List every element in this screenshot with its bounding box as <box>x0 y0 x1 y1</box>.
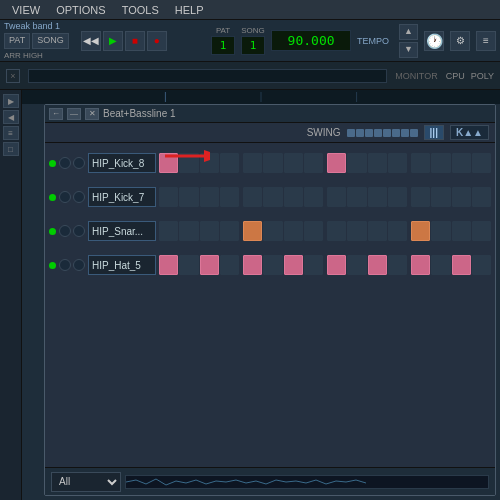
beat-3-10[interactable] <box>368 255 387 275</box>
mixer-btn[interactable]: ≡ <box>476 31 496 51</box>
beat-0-7[interactable] <box>304 153 323 173</box>
swing-knob-3[interactable] <box>365 129 373 137</box>
beat-1-12[interactable] <box>411 187 430 207</box>
beat-0-11[interactable] <box>388 153 407 173</box>
beat-2-4[interactable] <box>243 221 262 241</box>
beat-1-3[interactable] <box>220 187 239 207</box>
track-ctrl-1-1[interactable] <box>73 191 85 203</box>
beat-3-11[interactable] <box>388 255 407 275</box>
seq-close-btn[interactable]: ✕ <box>85 108 99 120</box>
beat-2-11[interactable] <box>388 221 407 241</box>
track-name-3[interactable]: HIP_Hat_5 <box>88 255 156 275</box>
beat-2-10[interactable] <box>368 221 387 241</box>
beat-1-5[interactable] <box>263 187 282 207</box>
beat-2-14[interactable] <box>452 221 471 241</box>
track-ctrl-3-1[interactable] <box>73 259 85 271</box>
menu-view[interactable]: VIEW <box>4 2 48 18</box>
beat-2-13[interactable] <box>431 221 450 241</box>
beat-1-2[interactable] <box>200 187 219 207</box>
track-ctrl-0-0[interactable] <box>59 157 71 169</box>
beat-3-2[interactable] <box>200 255 219 275</box>
play-btn[interactable]: ▶ <box>103 31 123 51</box>
beat-0-9[interactable] <box>347 153 366 173</box>
beat-0-3[interactable] <box>220 153 239 173</box>
swing-knob-5[interactable] <box>383 129 391 137</box>
beat-1-9[interactable] <box>347 187 366 207</box>
track-name-1[interactable]: HIP_Kick_7 <box>88 187 156 207</box>
rewind-btn[interactable]: ◀◀ <box>81 31 101 51</box>
seq-back-btn[interactable]: ← <box>49 108 63 120</box>
beat-2-1[interactable] <box>179 221 198 241</box>
beat-1-4[interactable] <box>243 187 262 207</box>
settings-btn[interactable]: ⚙ <box>450 31 470 51</box>
beat-3-4[interactable] <box>243 255 262 275</box>
swing-knob-1[interactable] <box>347 129 355 137</box>
beat-3-13[interactable] <box>431 255 450 275</box>
sidebar-btn-1[interactable]: ▶ <box>3 94 19 108</box>
swing-knob-2[interactable] <box>356 129 364 137</box>
beat-2-0[interactable] <box>159 221 178 241</box>
swing-knob-4[interactable] <box>374 129 382 137</box>
beat-0-6[interactable] <box>284 153 303 173</box>
beat-0-12[interactable] <box>411 153 430 173</box>
beat-2-6[interactable] <box>284 221 303 241</box>
toggle-btn[interactable]: × <box>6 69 20 83</box>
beat-3-7[interactable] <box>304 255 323 275</box>
swing-knob-7[interactable] <box>401 129 409 137</box>
beat-2-2[interactable] <box>200 221 219 241</box>
track-ctrl-2-0[interactable] <box>59 225 71 237</box>
beat-3-15[interactable] <box>472 255 491 275</box>
beat-3-3[interactable] <box>220 255 239 275</box>
beat-1-11[interactable] <box>388 187 407 207</box>
filter-select[interactable]: All <box>51 472 121 492</box>
beat-0-15[interactable] <box>472 153 491 173</box>
song-btn[interactable]: SONG <box>32 33 69 49</box>
swing-knob-6[interactable] <box>392 129 400 137</box>
kit-btn[interactable]: K▲▲ <box>450 125 489 140</box>
beat-1-7[interactable] <box>304 187 323 207</box>
beat-3-6[interactable] <box>284 255 303 275</box>
beat-1-13[interactable] <box>431 187 450 207</box>
beat-3-9[interactable] <box>347 255 366 275</box>
beat-0-10[interactable] <box>368 153 387 173</box>
beat-2-3[interactable] <box>220 221 239 241</box>
beat-1-15[interactable] <box>472 187 491 207</box>
menu-options[interactable]: OPTIONS <box>48 2 114 18</box>
beat-1-10[interactable] <box>368 187 387 207</box>
swing-knob-8[interactable] <box>410 129 418 137</box>
pat-btn[interactable]: PAT <box>4 33 30 49</box>
track-name-0[interactable]: HIP_Kick_8 <box>88 153 156 173</box>
progress-bar[interactable] <box>28 69 387 83</box>
beat-0-0[interactable] <box>159 153 178 173</box>
beat-2-12[interactable] <box>411 221 430 241</box>
beat-0-13[interactable] <box>431 153 450 173</box>
beat-0-8[interactable] <box>327 153 346 173</box>
beat-3-14[interactable] <box>452 255 471 275</box>
beat-1-8[interactable] <box>327 187 346 207</box>
beat-0-4[interactable] <box>243 153 262 173</box>
beat-3-0[interactable] <box>159 255 178 275</box>
track-ctrl-1-0[interactable] <box>59 191 71 203</box>
beat-1-6[interactable] <box>284 187 303 207</box>
beat-3-5[interactable] <box>263 255 282 275</box>
record-btn[interactable]: ● <box>147 31 167 51</box>
track-name-2[interactable]: HIP_Snar... <box>88 221 156 241</box>
track-ctrl-0-1[interactable] <box>73 157 85 169</box>
waveform-strip[interactable] <box>22 90 500 104</box>
sidebar-btn-4[interactable]: □ <box>3 142 19 156</box>
beat-1-0[interactable] <box>159 187 178 207</box>
beat-0-2[interactable] <box>200 153 219 173</box>
beat-0-5[interactable] <box>263 153 282 173</box>
beat-3-8[interactable] <box>327 255 346 275</box>
beat-2-9[interactable] <box>347 221 366 241</box>
menu-tools[interactable]: TOOLS <box>114 2 167 18</box>
track-ctrl-2-1[interactable] <box>73 225 85 237</box>
seq-min-btn[interactable]: — <box>67 108 81 120</box>
beat-1-1[interactable] <box>179 187 198 207</box>
beat-0-1[interactable] <box>179 153 198 173</box>
beat-2-15[interactable] <box>472 221 491 241</box>
beat-2-5[interactable] <box>263 221 282 241</box>
beat-3-1[interactable] <box>179 255 198 275</box>
steps-btn[interactable]: ||| <box>424 125 444 140</box>
stop-btn[interactable]: ■ <box>125 31 145 51</box>
